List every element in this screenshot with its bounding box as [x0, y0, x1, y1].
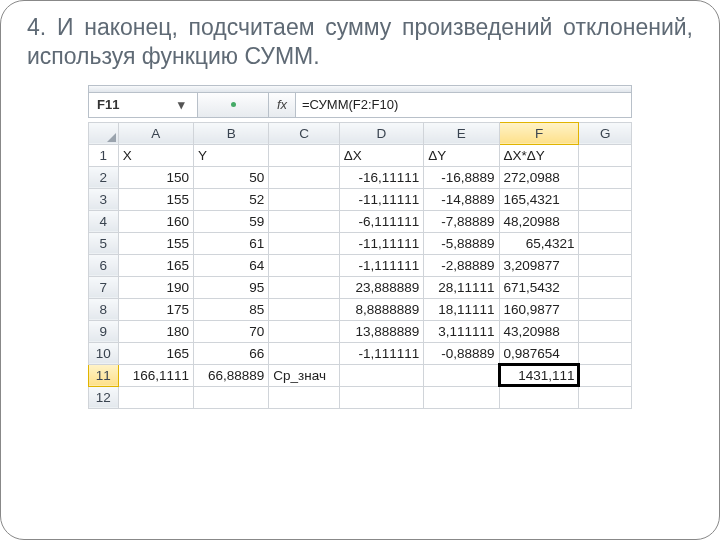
cell[interactable]: 95 — [194, 276, 269, 298]
cell[interactable]: 160 — [118, 210, 193, 232]
row-header[interactable]: 2 — [89, 166, 119, 188]
row-header[interactable]: 7 — [89, 276, 119, 298]
cell[interactable] — [579, 342, 632, 364]
cell[interactable]: 160,9877 — [499, 298, 579, 320]
cell[interactable]: -11,11111 — [339, 188, 423, 210]
select-all-corner[interactable] — [89, 122, 119, 144]
cell[interactable]: 13,888889 — [339, 320, 423, 342]
cell[interactable]: Ср_знач — [269, 364, 339, 386]
row-header[interactable]: 9 — [89, 320, 119, 342]
cell[interactable] — [579, 210, 632, 232]
cell[interactable]: 166,1111 — [118, 364, 193, 386]
cell[interactable]: -14,8889 — [424, 188, 499, 210]
cell[interactable]: 3,209877 — [499, 254, 579, 276]
cell[interactable]: 0,987654 — [499, 342, 579, 364]
col-header-F[interactable]: F — [499, 122, 579, 144]
cell[interactable]: 150 — [118, 166, 193, 188]
cell[interactable]: 28,11111 — [424, 276, 499, 298]
cell[interactable] — [579, 144, 632, 166]
col-header-D[interactable]: D — [339, 122, 423, 144]
cell[interactable]: 165 — [118, 254, 193, 276]
cell[interactable]: Y — [194, 144, 269, 166]
cell[interactable] — [269, 144, 339, 166]
col-header-A[interactable]: A — [118, 122, 193, 144]
cell[interactable]: 66,88889 — [194, 364, 269, 386]
cell[interactable]: 175 — [118, 298, 193, 320]
cell[interactable]: 52 — [194, 188, 269, 210]
cell[interactable]: 64 — [194, 254, 269, 276]
cell[interactable]: -7,88889 — [424, 210, 499, 232]
row-header[interactable]: 11 — [89, 364, 119, 386]
cell[interactable]: 671,5432 — [499, 276, 579, 298]
cell[interactable]: -5,88889 — [424, 232, 499, 254]
row-header[interactable]: 10 — [89, 342, 119, 364]
col-header-G[interactable]: G — [579, 122, 632, 144]
cell[interactable] — [499, 386, 579, 408]
cell[interactable]: ΔY — [424, 144, 499, 166]
cell[interactable] — [579, 298, 632, 320]
cell[interactable] — [269, 276, 339, 298]
row-header[interactable]: 8 — [89, 298, 119, 320]
cell[interactable] — [339, 386, 423, 408]
name-box[interactable]: F11 ▾ — [89, 93, 198, 117]
row-header[interactable]: 5 — [89, 232, 119, 254]
cell[interactable]: 65,4321 — [499, 232, 579, 254]
cell[interactable] — [269, 188, 339, 210]
cell[interactable]: 18,11111 — [424, 298, 499, 320]
cell[interactable] — [579, 166, 632, 188]
cell[interactable]: 165 — [118, 342, 193, 364]
cell[interactable] — [579, 254, 632, 276]
cell[interactable] — [269, 166, 339, 188]
cell-grid[interactable]: A B C D E F G 1 X Y ΔX ΔY ΔX*ΔY 215050-1… — [88, 122, 632, 409]
cell[interactable]: -16,8889 — [424, 166, 499, 188]
cell[interactable]: -11,11111 — [339, 232, 423, 254]
cell[interactable] — [269, 386, 339, 408]
cell[interactable]: ΔX — [339, 144, 423, 166]
cell[interactable]: -0,88889 — [424, 342, 499, 364]
cell[interactable]: -16,11111 — [339, 166, 423, 188]
cell[interactable]: -2,88889 — [424, 254, 499, 276]
row-header[interactable]: 12 — [89, 386, 119, 408]
cell[interactable]: -6,111111 — [339, 210, 423, 232]
cell[interactable]: 70 — [194, 320, 269, 342]
cell[interactable] — [579, 188, 632, 210]
cell[interactable] — [579, 386, 632, 408]
fx-button[interactable]: fx — [269, 93, 296, 117]
cell[interactable]: 155 — [118, 188, 193, 210]
col-header-C[interactable]: C — [269, 122, 339, 144]
row-header[interactable]: 4 — [89, 210, 119, 232]
cell[interactable]: -1,111111 — [339, 342, 423, 364]
cell[interactable]: 165,4321 — [499, 188, 579, 210]
cell[interactable]: 180 — [118, 320, 193, 342]
cell[interactable] — [118, 386, 193, 408]
cell[interactable] — [194, 386, 269, 408]
name-box-dropdown-icon[interactable]: ▾ — [173, 97, 189, 112]
cell[interactable]: 48,20988 — [499, 210, 579, 232]
cell[interactable] — [579, 364, 632, 386]
cell[interactable]: ΔX*ΔY — [499, 144, 579, 166]
cell[interactable] — [424, 386, 499, 408]
cell[interactable]: 59 — [194, 210, 269, 232]
col-header-E[interactable]: E — [424, 122, 499, 144]
cell[interactable]: X — [118, 144, 193, 166]
cell[interactable] — [579, 276, 632, 298]
cell[interactable] — [579, 232, 632, 254]
cell[interactable] — [424, 364, 499, 386]
cell[interactable] — [579, 320, 632, 342]
cell[interactable] — [269, 320, 339, 342]
cell[interactable]: 8,8888889 — [339, 298, 423, 320]
formula-input[interactable]: =СУММ(F2:F10) — [296, 93, 631, 117]
cell[interactable]: 23,888889 — [339, 276, 423, 298]
cell[interactable]: 155 — [118, 232, 193, 254]
cell[interactable] — [269, 210, 339, 232]
cell[interactable]: 190 — [118, 276, 193, 298]
row-header[interactable]: 6 — [89, 254, 119, 276]
cell[interactable]: 61 — [194, 232, 269, 254]
cell[interactable] — [269, 342, 339, 364]
cell[interactable]: 85 — [194, 298, 269, 320]
cell[interactable] — [269, 232, 339, 254]
selected-cell[interactable]: 1431,111 — [499, 364, 579, 386]
row-header[interactable]: 3 — [89, 188, 119, 210]
cell[interactable] — [269, 254, 339, 276]
cell[interactable] — [269, 298, 339, 320]
